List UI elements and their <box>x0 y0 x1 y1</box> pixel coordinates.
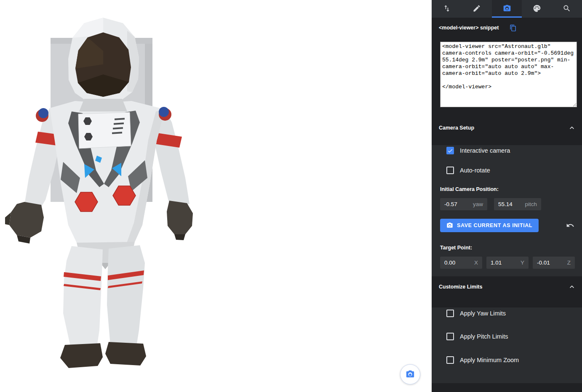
target-x-field[interactable]: X <box>440 257 482 269</box>
astronaut-left-glove <box>5 202 44 244</box>
tab-inspector[interactable] <box>552 0 582 18</box>
customize-limits-section: Apply Yaw Limits Apply Pitch Limits Appl… <box>432 307 582 383</box>
snippet-header: <model-viewer> snippet <box>439 23 575 32</box>
apply-pitch-limits-label: Apply Pitch Limits <box>460 333 508 340</box>
pencil-icon <box>473 4 481 13</box>
apply-minimum-zoom-label: Apply Minimum Zoom <box>460 357 519 363</box>
copy-snippet-button[interactable] <box>510 24 517 32</box>
editor-toolbar <box>432 0 582 18</box>
palette-icon <box>533 4 541 13</box>
astronaut-right-glove <box>167 201 193 240</box>
auto-rotate-checkbox[interactable] <box>446 167 454 174</box>
camera-setup-title: Camera Setup <box>439 125 474 131</box>
apply-minimum-zoom-row[interactable]: Apply Minimum Zoom <box>432 355 582 366</box>
editor-panel: <model-viewer> snippet <model-viewer src… <box>432 0 582 392</box>
search-icon <box>563 4 571 13</box>
target-z-input[interactable] <box>537 260 565 266</box>
apply-yaw-limits-checkbox[interactable] <box>446 310 454 317</box>
target-y-input[interactable] <box>491 260 518 266</box>
target-x-input[interactable] <box>444 260 472 266</box>
camera-icon <box>406 370 415 379</box>
apply-pitch-limits-checkbox[interactable] <box>446 333 454 340</box>
tab-file-controls[interactable] <box>432 0 462 18</box>
camera-setup-header[interactable]: Camera Setup <box>432 122 582 134</box>
import-export-icon <box>443 4 451 13</box>
apply-pitch-limits-row[interactable]: Apply Pitch Limits <box>432 331 582 342</box>
chevron-up-icon[interactable] <box>568 283 576 291</box>
customize-limits-header[interactable]: Customize Limits <box>432 281 582 293</box>
save-initial-row: SAVE CURRENT AS INITIAL <box>440 219 574 232</box>
camera-icon <box>503 4 511 13</box>
screenshot-button[interactable] <box>400 364 420 384</box>
pitch-input[interactable] <box>498 201 522 207</box>
target-point-fields: X Y Z <box>440 257 582 269</box>
target-y-suffix: Y <box>521 260 524 266</box>
copy-icon <box>510 24 517 32</box>
snippet-title: <model-viewer> snippet <box>439 25 499 31</box>
yaw-input[interactable] <box>444 201 470 207</box>
astronaut-model <box>0 11 211 381</box>
camera-setup-section: Interactive camera Auto-rotate Initial C… <box>432 145 582 276</box>
interactive-camera-row[interactable]: Interactive camera <box>432 145 582 155</box>
astronaut-chest-panel <box>78 112 131 148</box>
save-button-label: SAVE CURRENT AS INITIAL <box>457 222 532 228</box>
auto-rotate-label: Auto-rotate <box>460 167 490 174</box>
undo-icon <box>566 221 574 230</box>
undo-button[interactable] <box>566 221 574 230</box>
target-y-field[interactable]: Y <box>486 257 529 269</box>
chevron-up-icon[interactable] <box>568 124 576 132</box>
astronaut-boots <box>60 342 146 368</box>
target-x-suffix: X <box>474 260 478 266</box>
yaw-field[interactable]: yaw <box>440 198 487 210</box>
snippet-code-textarea[interactable]: <model-viewer src="Astronaut.glb" camera… <box>440 42 577 107</box>
initial-camera-position-fields: yaw pitch <box>440 198 582 210</box>
customize-limits-title: Customize Limits <box>439 284 483 290</box>
apply-yaw-limits-label: Apply Yaw Limits <box>460 310 506 317</box>
tab-edit[interactable] <box>462 0 491 18</box>
interactive-camera-checkbox[interactable] <box>446 147 454 154</box>
yaw-suffix: yaw <box>473 201 483 207</box>
auto-rotate-row[interactable]: Auto-rotate <box>432 165 582 175</box>
interactive-camera-label: Interactive camera <box>460 147 510 154</box>
target-z-suffix: Z <box>567 260 571 266</box>
save-current-as-initial-button[interactable]: SAVE CURRENT AS INITIAL <box>440 219 539 232</box>
model-viewer-canvas[interactable] <box>0 0 432 392</box>
pitch-field[interactable]: pitch <box>494 198 541 210</box>
check-icon <box>447 148 453 154</box>
model-viewer-editor-app: <model-viewer> snippet <model-viewer src… <box>0 0 582 392</box>
target-z-field[interactable]: Z <box>533 257 575 269</box>
pitch-suffix: pitch <box>525 201 537 207</box>
tab-camera[interactable] <box>492 0 522 18</box>
tab-materials[interactable] <box>522 0 552 18</box>
apply-yaw-limits-row[interactable]: Apply Yaw Limits <box>432 307 582 318</box>
camera-icon <box>446 222 453 229</box>
initial-camera-position-label: Initial Camera Position: <box>440 186 582 193</box>
apply-minimum-zoom-checkbox[interactable] <box>446 356 454 364</box>
astronaut-legs <box>63 242 145 348</box>
target-point-label: Target Point: <box>440 245 582 252</box>
